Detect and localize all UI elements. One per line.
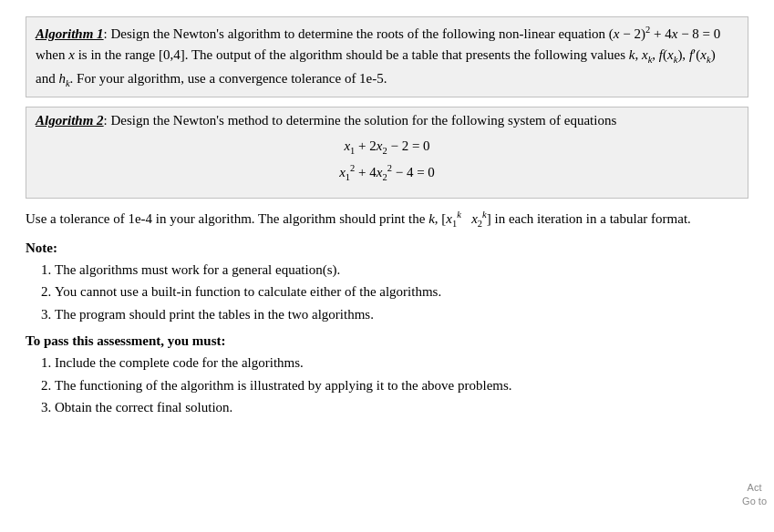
algorithm1-text: Algorithm 1: Design the Newton's algorit… bbox=[36, 23, 738, 91]
algorithm2-block: Algorithm 2: Design the Newton's method … bbox=[26, 107, 748, 199]
algorithm2-text: Algorithm 2: Design the Newton's method … bbox=[36, 113, 738, 128]
pass-item-1: Include the complete code for the algori… bbox=[55, 353, 748, 373]
watermark-line1: Act bbox=[748, 482, 762, 493]
pass-section: To pass this assessment, you must: Inclu… bbox=[26, 333, 748, 418]
note-item-1: The algorithms must work for a general e… bbox=[55, 260, 748, 281]
note-item-2: You cannot use a built-in function to ca… bbox=[55, 281, 748, 302]
pass-item-2: The functioning of the algorithm is illu… bbox=[55, 375, 748, 396]
watermark-line2: Go to bbox=[742, 496, 767, 506]
algorithm1-label: Algorithm 1 bbox=[36, 26, 104, 41]
note-item-3: The program should print the tables in t… bbox=[55, 304, 748, 325]
pass-title: To pass this assessment, you must: bbox=[26, 333, 748, 349]
algorithm1-block: Algorithm 1: Design the Newton's algorit… bbox=[26, 16, 748, 97]
equation1: x1 + 2x2 − 2 = 0 bbox=[36, 134, 738, 160]
tolerance-text: Use a tolerance of 1e-4 in your algorith… bbox=[26, 208, 748, 231]
equations-display: x1 + 2x2 − 2 = 0 x12 + 4x22 − 4 = 0 bbox=[36, 134, 738, 187]
pass-item-3: Obtain the correct final solution. bbox=[55, 397, 748, 418]
equation2: x12 + 4x22 − 4 = 0 bbox=[36, 160, 738, 187]
note-section: Note: The algorithms must work for a gen… bbox=[26, 240, 748, 325]
note-list: The algorithms must work for a general e… bbox=[55, 260, 748, 325]
note-title: Note: bbox=[26, 240, 748, 256]
algorithm2-label: Algorithm 2 bbox=[36, 113, 104, 128]
pass-list: Include the complete code for the algori… bbox=[55, 353, 748, 418]
watermark: Act Go to bbox=[742, 481, 767, 507]
